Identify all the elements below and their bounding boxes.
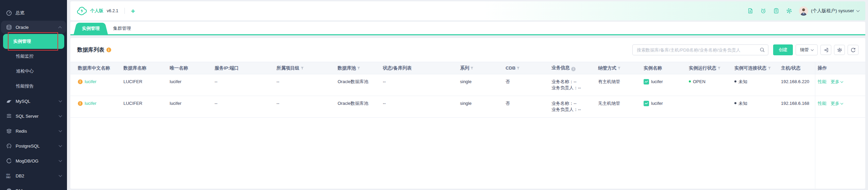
list-toolbar: 数据库列表 i 创建 纳管 xyxy=(70,38,865,62)
gauge-icon xyxy=(6,10,12,16)
biz-owner: 业务负责人：-- xyxy=(551,107,595,113)
warning-info-icon[interactable]: i xyxy=(78,101,83,106)
sidebar-item-overview[interactable]: 总览 xyxy=(0,5,67,20)
db-name-cell: LUCIFER xyxy=(123,96,170,118)
chevron-down-icon xyxy=(840,80,843,82)
sidebar-item-mogdb[interactable]: MogDB/OG xyxy=(0,153,67,168)
filter-icon[interactable] xyxy=(768,66,771,71)
manage-dropdown-button[interactable]: 纳管 xyxy=(796,44,818,55)
db-cn-name-link[interactable]: lucifer xyxy=(85,79,97,85)
series-cell: single xyxy=(460,96,506,118)
instance-name-cell: lucifer xyxy=(644,96,689,118)
content-card: 数据库列表 i 创建 纳管 xyxy=(70,38,865,189)
create-button[interactable]: 创建 xyxy=(773,44,793,55)
filter-icon[interactable] xyxy=(357,66,360,71)
sidebar-item-oracle[interactable]: Oracle xyxy=(1,21,66,34)
tab-cluster-management[interactable]: 集群管理 xyxy=(104,23,140,34)
chevron-down-icon xyxy=(59,129,62,132)
service-ip-cell: -- xyxy=(215,96,276,118)
database-table: 数据库中文名称 数据库名称 唯一名称 服务IP:端口 所属项目组 数据库池 状态… xyxy=(70,62,865,118)
col-biz-info: 业务信息i xyxy=(551,62,598,74)
actions-cell: 性能 更多 xyxy=(818,74,865,96)
warning-info-icon[interactable]: i xyxy=(78,79,83,84)
col-connect-status: 实例可连接状态 xyxy=(734,62,781,74)
info-icon[interactable]: i xyxy=(571,67,576,71)
manage-mode-cell: 无主机纳管 xyxy=(598,96,644,118)
sidebar-item-postgresql[interactable]: PostgreSQL xyxy=(0,138,67,153)
table-row: ilucifer LUCIFER lucifer -- -- Oracle数据库… xyxy=(70,96,865,118)
mysql-icon xyxy=(6,98,12,104)
chevron-down-icon xyxy=(856,9,860,12)
info-icon[interactable]: i xyxy=(106,48,111,52)
filter-icon[interactable] xyxy=(470,66,474,71)
dm-icon xyxy=(6,188,12,190)
settings-gear-icon[interactable] xyxy=(786,8,792,14)
manage-label: 纳管 xyxy=(800,47,809,53)
sidebar-item-label: SQL Server xyxy=(16,114,38,119)
topbar: 个人版 v6.2.1 + (个人版租户) sysuser xyxy=(70,1,865,20)
sidebar-item-label: 实例管理 xyxy=(13,38,31,44)
refresh-button[interactable] xyxy=(848,45,858,55)
col-db-name: 数据库名称 xyxy=(123,62,170,74)
biz-name: 业务名称：-- xyxy=(551,100,595,107)
performance-link[interactable]: 性能 xyxy=(818,100,827,107)
sidebar-item-label: DM xyxy=(16,188,22,190)
user-menu[interactable]: (个人版租户) sysuser xyxy=(799,6,859,16)
search-icon[interactable] xyxy=(760,47,765,53)
oracle-db-icon xyxy=(6,24,12,30)
username-label: (个人版租户) sysuser xyxy=(811,8,854,14)
connect-status-cell: 未知 xyxy=(734,96,781,118)
product-name: 个人版 xyxy=(90,8,103,14)
manage-mode-cell: 有主机纳管 xyxy=(598,74,644,96)
db-cn-name-link[interactable]: lucifer xyxy=(85,100,97,107)
alarm-icon[interactable] xyxy=(760,8,766,14)
sidebar-item-performance-report[interactable]: 性能报告 xyxy=(0,79,67,94)
tab-instance-management[interactable]: 实例管理 xyxy=(78,23,104,34)
host-cell: 192.168.6.168 xyxy=(781,96,818,118)
column-settings-button[interactable] xyxy=(834,45,845,55)
chevron-down-icon xyxy=(840,101,843,104)
sidebar-item-inspection-center[interactable]: 巡检中心 xyxy=(0,64,67,79)
more-dropdown[interactable]: 更多 xyxy=(831,100,843,107)
sidebar-item-instance-management[interactable]: 实例管理 xyxy=(3,34,64,49)
sidebar-item-performance-monitor[interactable]: 性能监控 xyxy=(0,49,67,64)
cdb-cell: 否 xyxy=(506,96,551,118)
sidebar-item-label: 性能监控 xyxy=(16,53,34,59)
app-logo-icon xyxy=(76,6,87,15)
filter-icon[interactable] xyxy=(301,66,304,71)
fixed-column-divider xyxy=(815,62,815,189)
sidebar-item-redis[interactable]: Redis xyxy=(0,124,67,138)
filter-icon[interactable] xyxy=(516,66,520,71)
col-service-ip: 服务IP:端口 xyxy=(215,62,276,74)
search-box xyxy=(632,44,768,55)
more-dropdown[interactable]: 更多 xyxy=(831,79,843,85)
performance-link[interactable]: 性能 xyxy=(818,79,827,85)
sidebar-item-dm[interactable]: DM xyxy=(0,183,67,190)
col-project-group: 所属项目组 xyxy=(276,62,338,74)
search-input[interactable] xyxy=(632,44,768,55)
col-unique-name: 唯一名称 xyxy=(170,62,215,74)
import-button[interactable] xyxy=(820,45,831,55)
project-group-cell: -- xyxy=(276,74,338,96)
sidebar-item-mysql[interactable]: MySQL xyxy=(0,94,67,109)
sidebar-item-db2[interactable]: IBMDB2 DB2 xyxy=(0,168,67,183)
sidebar-item-label: Redis xyxy=(16,129,27,134)
biz-info-cell: 业务名称：-- 业务负责人：-- xyxy=(551,96,598,118)
run-status-cell xyxy=(689,96,734,118)
avatar xyxy=(799,6,808,16)
sidebar-item-sqlserver[interactable]: SQL Server xyxy=(0,109,67,124)
document-icon[interactable] xyxy=(747,8,753,14)
clipboard-icon[interactable] xyxy=(773,8,779,14)
instance-monitor-icon xyxy=(644,79,649,84)
add-tab-button[interactable]: + xyxy=(131,7,135,15)
filter-icon[interactable] xyxy=(617,66,621,71)
sidebar-item-label: 总览 xyxy=(16,10,24,16)
chevron-down-icon xyxy=(59,99,62,102)
biz-owner: 业务负责人：-- xyxy=(551,85,595,91)
col-instance-name: 实例名称 xyxy=(644,62,689,74)
filter-icon[interactable] xyxy=(717,66,721,71)
table-header-row: 数据库中文名称 数据库名称 唯一名称 服务IP:端口 所属项目组 数据库池 状态… xyxy=(70,62,865,74)
status-dot-unknown xyxy=(734,102,736,104)
unique-name-cell: lucifer xyxy=(170,74,215,96)
chevron-up-icon xyxy=(58,26,62,30)
